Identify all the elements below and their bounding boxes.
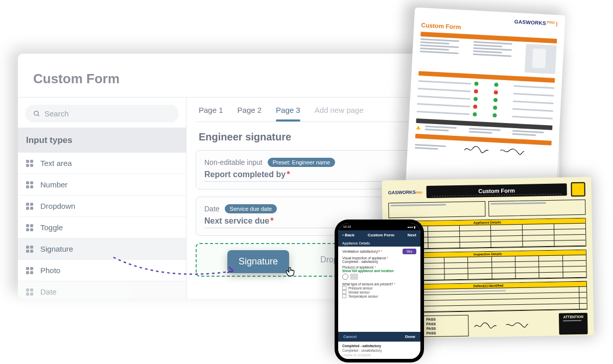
required-indicator: * <box>270 216 273 225</box>
attention-label: ATTENTION <box>563 315 583 319</box>
drag-handle-icon <box>26 267 33 274</box>
question-label: What type of sensors are present? <box>342 282 393 286</box>
search-icon <box>33 110 40 117</box>
signature-icon <box>474 320 497 331</box>
check-icon <box>493 98 497 102</box>
sidebar-item-label: Photo <box>40 266 60 275</box>
field-name: Report completed by <box>204 170 286 179</box>
next-button[interactable]: Next <box>408 233 416 237</box>
hint-text: Show full appliance and location <box>342 269 394 273</box>
drag-handle-icon <box>26 203 33 210</box>
check-icon <box>493 106 497 110</box>
tab-page-1[interactable]: Page 1 <box>199 106 223 122</box>
picker-options: Completed - satisfactory Completed - uns… <box>338 342 420 359</box>
drag-handle-icon <box>26 288 33 296</box>
preset-badge: Service due date <box>225 204 277 213</box>
attention-box: ATTENTION <box>559 313 587 335</box>
signature-icon <box>505 320 529 330</box>
flame-icon: ) <box>556 21 558 27</box>
doc-title: Custom Form <box>427 183 567 198</box>
sidebar-item-date[interactable]: Date <box>18 281 186 299</box>
drag-chip-signature[interactable]: Signature <box>227 250 289 273</box>
brand: GASWORKS <box>514 19 547 26</box>
drag-handle-icon <box>26 181 33 188</box>
checkbox-option[interactable]: Smoke sensor <box>342 290 416 294</box>
sidebar-item-label: Dropdown <box>40 202 75 210</box>
check-icon <box>494 83 498 87</box>
check-icon <box>474 97 478 101</box>
photo-thumbnail[interactable] <box>350 274 358 280</box>
answer-value: Completed - satisfactory <box>342 260 378 263</box>
question-label: Ventilation satisfactory? <box>342 250 380 253</box>
sidebar-section-header: Input types <box>18 128 186 153</box>
gas-safe-badge <box>571 182 585 197</box>
sidebar-item-label: Text area <box>40 159 72 167</box>
cross-icon <box>473 105 477 109</box>
required-indicator: * <box>287 170 290 179</box>
pass-label: PASS <box>426 318 436 321</box>
drag-chip-label: Signature <box>239 256 278 267</box>
check-icon <box>492 113 497 117</box>
picker-option[interactable]: Completed - unsatisfactory <box>342 349 416 352</box>
sidebar-item-label: Number <box>40 180 67 189</box>
preview-doc-orange: GASWORKSPRO) Custom Form <box>406 8 565 191</box>
tab-add-page[interactable]: Add new page <box>315 106 364 122</box>
preview-phone: 12:10 ●●● ▮ ‹ Back Custom Form Next Appl… <box>335 220 424 362</box>
section-label: Appliance Details <box>338 240 420 247</box>
signature-icon <box>464 144 490 155</box>
sidebar-item-label: Signature <box>40 245 73 253</box>
picker-option[interactable]: Completed - satisfactory <box>342 344 416 348</box>
done-button[interactable]: Done <box>405 334 415 339</box>
drag-handle-icon <box>26 246 33 253</box>
field-type-label: Non-editable input <box>204 158 263 166</box>
sidebar-item-label: Toggle <box>40 223 63 232</box>
status-icons: ●●● ▮ <box>407 225 415 229</box>
nav-title: Custom Form <box>368 233 394 237</box>
cross-icon <box>474 89 478 93</box>
appliance-photo <box>525 44 557 74</box>
question-label: Photo(s) of appliance <box>342 265 373 269</box>
sidebar-item-toggle[interactable]: Toggle <box>18 217 186 238</box>
warning-icon <box>416 125 421 131</box>
check-icon <box>473 112 477 116</box>
brand-suffix: PRO <box>416 191 422 194</box>
cross-icon <box>493 90 498 94</box>
sidebar: Search Input types Text area Number Drop… <box>18 98 186 299</box>
phone-nav-bar: ‹ Back Custom Form Next <box>338 230 420 240</box>
tab-page-3[interactable]: Page 3 <box>276 106 300 122</box>
drag-handle-icon <box>26 160 33 167</box>
svg-line-1 <box>38 114 39 116</box>
svg-point-0 <box>34 111 38 115</box>
signature-icon <box>500 146 526 157</box>
search-placeholder: Search <box>44 109 69 118</box>
field-type-label: Date <box>204 205 220 213</box>
add-photo-button[interactable] <box>342 274 348 280</box>
sidebar-item-label: Date <box>40 287 57 296</box>
search-input[interactable]: Search <box>25 105 179 123</box>
question-label: Visual inspection of appliance <box>342 256 386 260</box>
back-button[interactable]: ‹ Back <box>342 233 355 237</box>
status-time: 12:10 <box>343 225 351 228</box>
field-name: Next service due <box>204 216 269 225</box>
sidebar-item-text-area[interactable]: Text area <box>18 153 186 174</box>
brand-suffix: PRO <box>547 20 555 27</box>
cursor-hand-icon <box>284 265 297 278</box>
brand: GASWORKS <box>388 189 416 195</box>
phone-status-bar: 12:10 ●●● ▮ <box>338 223 420 230</box>
yes-button[interactable]: Yes <box>403 249 416 254</box>
checkbox-option[interactable]: Temperature sensor <box>342 294 416 298</box>
cancel-button[interactable]: Cancel <box>343 334 357 339</box>
preset-badge: Preset: Engineer name <box>268 158 336 167</box>
tab-page-2[interactable]: Page 2 <box>238 106 262 122</box>
drag-handle-icon <box>26 224 33 231</box>
check-icon <box>475 82 479 86</box>
sidebar-item-photo[interactable]: Photo <box>18 260 186 281</box>
checkbox-option[interactable]: Pressure sensor <box>342 286 416 290</box>
sidebar-item-dropdown[interactable]: Dropdown <box>18 196 186 217</box>
sidebar-item-number[interactable]: Number <box>18 174 186 196</box>
sidebar-item-signature[interactable]: Signature <box>18 238 186 260</box>
picker-option[interactable]: Unable to complete <box>342 353 416 357</box>
